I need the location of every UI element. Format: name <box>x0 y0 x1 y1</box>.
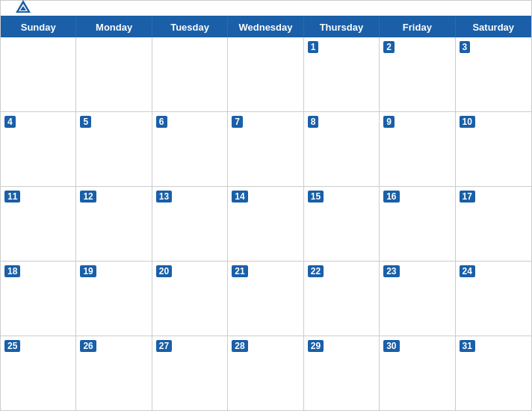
date-number: 16 <box>383 191 399 203</box>
date-number: 5 <box>80 116 91 128</box>
day-cell: 4 <box>1 112 76 186</box>
date-number: 1 <box>308 41 319 53</box>
date-number: 29 <box>308 340 324 352</box>
day-cell: 3 <box>456 37 531 111</box>
day-header-wednesday: Wednesday <box>228 17 303 37</box>
date-number: 15 <box>308 191 324 203</box>
day-cell: 8 <box>304 112 380 186</box>
date-number: 6 <box>156 116 167 128</box>
day-header-friday: Friday <box>380 17 455 37</box>
date-number: 3 <box>460 41 471 53</box>
date-number: 24 <box>460 265 475 277</box>
day-cell: 26 <box>76 336 152 410</box>
logo <box>13 0 36 19</box>
date-number: 2 <box>383 41 395 53</box>
day-cell: 12 <box>76 187 152 261</box>
date-number: 17 <box>460 191 475 203</box>
date-number: 25 <box>4 340 20 352</box>
day-cell: 19 <box>76 262 152 336</box>
logo-icon <box>13 0 34 19</box>
day-cell: 23 <box>380 262 455 336</box>
date-number: 30 <box>383 340 399 352</box>
day-cell: 14 <box>228 187 303 261</box>
day-cell <box>228 37 303 111</box>
day-cell: 21 <box>228 262 303 336</box>
date-number: 4 <box>4 116 16 128</box>
day-cell: 16 <box>380 187 455 261</box>
calendar: SundayMondayTuesdayWednesdayThursdayFrid… <box>0 0 532 411</box>
day-cell: 24 <box>456 262 531 336</box>
day-cell: 29 <box>304 336 380 410</box>
date-number: 8 <box>308 116 319 128</box>
day-header-sunday: Sunday <box>1 17 76 37</box>
day-cell: 1 <box>304 37 380 111</box>
day-cell: 28 <box>228 336 303 410</box>
date-number: 31 <box>460 340 475 352</box>
date-number: 20 <box>156 265 172 277</box>
date-number: 12 <box>80 191 96 203</box>
date-number: 14 <box>232 191 247 203</box>
day-cell: 22 <box>304 262 380 336</box>
week-row-2: 45678910 <box>1 112 531 187</box>
day-cell: 17 <box>456 187 531 261</box>
date-number: 18 <box>4 265 20 277</box>
calendar-grid: SundayMondayTuesdayWednesdayThursdayFrid… <box>1 16 531 410</box>
day-cell: 15 <box>304 187 380 261</box>
date-number: 19 <box>80 265 96 277</box>
day-cell: 11 <box>1 187 76 261</box>
week-row-1: 123 <box>1 37 531 112</box>
date-number: 10 <box>460 116 475 128</box>
day-header-monday: Monday <box>76 17 152 37</box>
day-cell: 9 <box>380 112 455 186</box>
day-cell: 20 <box>152 262 228 336</box>
day-cell: 5 <box>76 112 152 186</box>
week-row-4: 18192021222324 <box>1 262 531 336</box>
date-number: 9 <box>383 116 395 128</box>
date-number: 26 <box>80 340 96 352</box>
day-cell: 25 <box>1 336 76 410</box>
day-cell <box>152 37 228 111</box>
day-cell <box>76 37 152 111</box>
weeks-container: 1234567891011121314151617181920212223242… <box>1 37 531 410</box>
day-cell: 27 <box>152 336 228 410</box>
day-cell: 31 <box>456 336 531 410</box>
day-cell: 10 <box>456 112 531 186</box>
date-number: 21 <box>232 265 247 277</box>
calendar-header <box>1 1 531 16</box>
week-row-3: 11121314151617 <box>1 187 531 262</box>
date-number: 22 <box>308 265 324 277</box>
day-header-tuesday: Tuesday <box>152 17 228 37</box>
date-number: 28 <box>232 340 247 352</box>
day-cell: 30 <box>380 336 455 410</box>
date-number: 27 <box>156 340 172 352</box>
day-cell <box>1 37 76 111</box>
date-number: 7 <box>232 116 243 128</box>
week-row-5: 25262728293031 <box>1 336 531 410</box>
date-number: 23 <box>383 265 399 277</box>
day-cell: 2 <box>380 37 455 111</box>
date-number: 11 <box>4 191 20 203</box>
day-cell: 6 <box>152 112 228 186</box>
day-cell: 18 <box>1 262 76 336</box>
day-header-saturday: Saturday <box>456 17 531 37</box>
day-cell: 7 <box>228 112 303 186</box>
day-header-thursday: Thursday <box>304 17 380 37</box>
day-headers: SundayMondayTuesdayWednesdayThursdayFrid… <box>1 17 531 37</box>
day-cell: 13 <box>152 187 228 261</box>
date-number: 13 <box>156 191 172 203</box>
